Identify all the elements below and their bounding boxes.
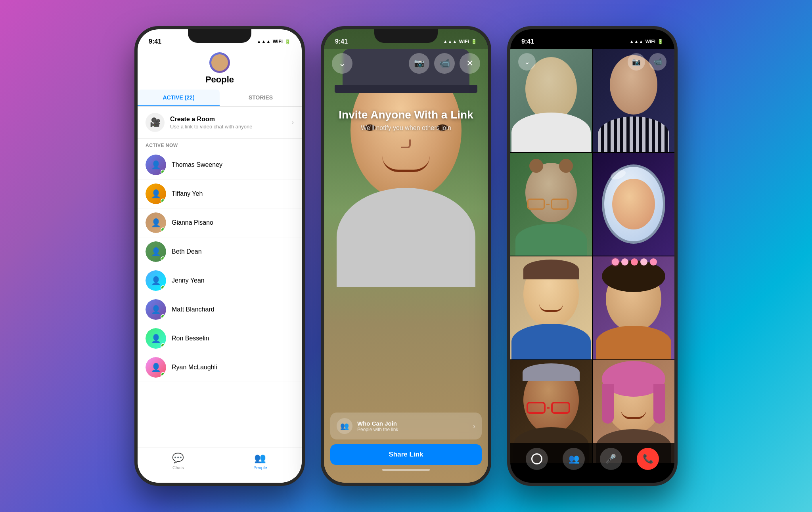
p3-camera-icon: 📷 (632, 57, 641, 66)
home-indicator (382, 469, 430, 471)
people-group-icon: 👥 (340, 422, 349, 430)
tab-stories[interactable]: STORIES (220, 90, 302, 106)
page-title: People (205, 75, 234, 85)
list-item[interactable]: 👤 Ryan McLaughli (138, 353, 302, 382)
phone-3: 9:41 ▲▲▲ WiFi 🔋 ⌄ 📷 📹 (507, 26, 678, 486)
time-1: 9:41 (149, 38, 161, 45)
camera-flip-button[interactable]: 📷 (409, 53, 429, 74)
people-label: People (253, 465, 267, 470)
time-2: 9:41 (335, 38, 348, 45)
list-item[interactable]: 👤 Tiffany Yeh (138, 180, 302, 208)
person-name: Jenny Yean (172, 277, 205, 284)
user-avatar[interactable] (209, 52, 230, 73)
video-cell-3 (510, 153, 592, 256)
status-icons-3: ▲▲▲ WiFi 🔋 (629, 39, 663, 44)
list-item[interactable]: 👤 Gianna Pisano (138, 208, 302, 237)
p3-overlay-controls: ⌄ 📷 📹 (510, 49, 674, 75)
avatar-face (211, 54, 228, 71)
avatar: 👤 (146, 357, 166, 378)
avatar: 👤 (146, 155, 166, 175)
p3-chevron-down-icon: ⌄ (524, 57, 530, 66)
invite-title: Invite Anyone With a Link (324, 109, 488, 121)
list-item[interactable]: 👤 Matt Blanchard (138, 295, 302, 324)
online-dot (161, 314, 165, 319)
battery-icon-3: 🔋 (657, 39, 663, 44)
status-icons-2: ▲▲▲ WiFi 🔋 (443, 39, 477, 44)
signal-icon-3: ▲▲▲ (629, 39, 643, 44)
video-cell-4 (593, 153, 674, 256)
tab-row: ACTIVE (22) STORIES (138, 90, 302, 107)
online-dot (161, 285, 165, 290)
white-circle-button[interactable] (526, 448, 548, 470)
add-video-icon: 🎥 (150, 117, 161, 128)
battery-icon-1: 🔋 (285, 39, 291, 44)
avatar: 👤 (146, 270, 166, 291)
list-item[interactable]: 👤 Beth Dean (138, 237, 302, 266)
video-icon: 📹 (439, 58, 450, 69)
online-dot (161, 372, 165, 377)
tab-active[interactable]: ACTIVE (22) (138, 90, 220, 106)
list-item[interactable]: 👤 Thomas Sweeney (138, 151, 302, 180)
notch-3 (561, 29, 624, 43)
notch-2 (374, 29, 438, 43)
chevron-right-icon: › (292, 119, 294, 126)
share-link-button[interactable]: Share Link (330, 444, 482, 465)
list-item[interactable]: 👤 Ron Besselin (138, 324, 302, 353)
person-name: Tiffany Yeh (172, 190, 203, 197)
phone-2: 9:41 ▲▲▲ WiFi 🔋 ⌄ 📷 📹 ✕ (321, 26, 491, 486)
online-dot (161, 343, 165, 348)
p3-right-controls: 📷 📹 (628, 53, 666, 71)
bottom-nav: 💬 Chats 👥 People (138, 447, 302, 483)
wifi-icon-2: WiFi (459, 39, 469, 44)
who-title: Who Can Join (357, 420, 468, 427)
who-subtitle: People with the link (357, 427, 468, 432)
minimize-button[interactable]: ⌄ (332, 53, 352, 74)
end-call-button[interactable]: 📞 (637, 448, 659, 470)
video-button[interactable]: 📹 (434, 53, 455, 74)
add-people-icon: 👥 (569, 454, 579, 464)
people-icon: 👥 (254, 453, 266, 464)
right-controls: 📷 📹 ✕ (409, 53, 480, 74)
battery-icon-2: 🔋 (471, 39, 477, 44)
call-controls: 👥 🎤 📞 (510, 443, 674, 483)
end-call-icon: 📞 (643, 454, 653, 464)
p3-video-button[interactable]: 📹 (649, 53, 666, 71)
online-dot (161, 170, 165, 174)
wifi-icon-3: WiFi (645, 39, 655, 44)
create-room-subtitle: Use a link to video chat with anyone (170, 124, 286, 130)
nav-people[interactable]: 👥 People (253, 453, 267, 470)
close-button[interactable]: ✕ (460, 53, 480, 74)
group-icon: 👥 (337, 418, 352, 434)
avatar: 👤 (146, 241, 166, 262)
avatar: 👤 (146, 328, 166, 349)
overlay-controls: ⌄ 📷 📹 ✕ (324, 49, 488, 78)
who-text: Who Can Join People with the link (357, 420, 468, 432)
video-cell-6 (593, 256, 674, 359)
person-name: Gianna Pisano (172, 219, 213, 226)
person-name: Thomas Sweeney (172, 161, 222, 168)
p3-camera-button[interactable]: 📷 (628, 53, 645, 71)
room-text: Create a Room Use a link to video chat w… (170, 116, 286, 130)
people-list: 👤 Thomas Sweeney 👤 Tiffany Yeh 👤 Gianna … (138, 151, 302, 382)
signal-icon-1: ▲▲▲ (257, 39, 271, 44)
create-room-row[interactable]: 🎥 Create a Room Use a link to video chat… (138, 107, 302, 139)
list-item[interactable]: 👤 Jenny Yean (138, 266, 302, 295)
phone2-bottom: 👥 Who Can Join People with the link › Sh… (324, 413, 488, 471)
mute-button[interactable]: 🎤 (600, 448, 622, 470)
mic-icon: 🎤 (605, 454, 616, 464)
phone1-header: People ACTIVE (22) STORIES (138, 49, 302, 107)
close-icon: ✕ (466, 58, 473, 69)
p3-minimize-button[interactable]: ⌄ (518, 53, 536, 71)
who-can-join-row[interactable]: 👥 Who Can Join People with the link › (330, 413, 482, 439)
chats-icon: 💬 (172, 453, 184, 464)
add-people-button[interactable]: 👥 (563, 448, 585, 470)
person-name: Ryan McLaughli (172, 364, 217, 371)
online-dot (161, 256, 165, 261)
wifi-icon-1: WiFi (273, 39, 283, 44)
chevron-right-icon: › (473, 422, 475, 430)
invite-subtitle: We'll notify you when others join (324, 124, 488, 132)
create-room-title: Create a Room (170, 116, 286, 123)
avatar: 👤 (146, 212, 166, 233)
nav-chats[interactable]: 💬 Chats (172, 453, 184, 470)
signal-icon-2: ▲▲▲ (443, 39, 457, 44)
